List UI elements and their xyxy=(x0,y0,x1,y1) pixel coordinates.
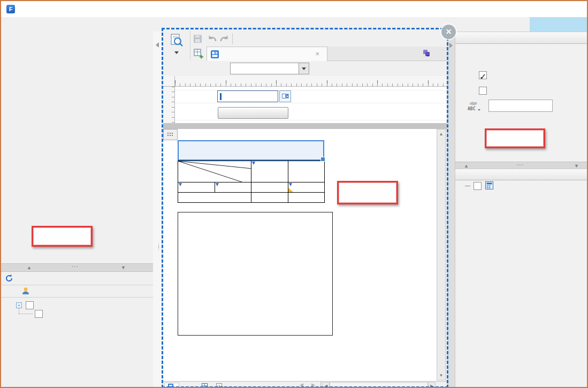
collapse-down-icon[interactable]: ▼ xyxy=(121,264,126,271)
cell-D4[interactable] xyxy=(288,182,325,193)
param-dropdown-button[interactable] xyxy=(279,90,291,102)
current-user-badge[interactable] xyxy=(530,17,588,32)
cell-C4[interactable] xyxy=(251,182,288,193)
window-title xyxy=(19,5,24,13)
pane-divider xyxy=(163,123,447,129)
cell-D5[interactable] xyxy=(288,193,325,203)
splitter-handle-icon[interactable]: ... xyxy=(517,161,524,167)
toolbar-separator xyxy=(232,33,233,44)
cell-diagonal-A3[interactable] xyxy=(178,161,251,182)
hscroll-left-icon[interactable]: ◀ xyxy=(322,382,330,388)
cell-A5[interactable] xyxy=(178,193,251,203)
left-splitter[interactable]: ⋮⋮ xyxy=(153,32,162,388)
permission-edit-panel: ✓ ABC ▲ ... ▼ xyxy=(455,32,588,388)
parameter-pane xyxy=(175,87,447,123)
title-bar: F xyxy=(1,1,587,17)
cell-D3[interactable] xyxy=(288,161,325,182)
cell-B4[interactable] xyxy=(215,182,251,193)
file-tree xyxy=(1,48,153,223)
maximize-button[interactable] xyxy=(529,3,550,15)
sheet-bar: ◀ ▶ ◀ ▶ xyxy=(163,381,447,388)
roles-root-checkbox[interactable] xyxy=(474,182,482,190)
insert-chart-sheet-icon[interactable] xyxy=(216,383,224,388)
annotation-permission-edit-panel xyxy=(337,181,398,204)
roles-header xyxy=(455,169,588,180)
platform-row[interactable] xyxy=(1,285,153,298)
right-splitter[interactable] xyxy=(447,32,455,388)
tab-list-icon[interactable] xyxy=(423,49,431,60)
query-button[interactable] xyxy=(218,107,288,119)
splitter-handle-icon[interactable]: ... xyxy=(72,262,79,269)
insert-grid-sheet-icon[interactable] xyxy=(202,383,209,388)
role-root-checkbox[interactable] xyxy=(26,301,34,309)
new-sheet-icon[interactable] xyxy=(193,48,204,61)
selection-handle[interactable] xyxy=(320,157,325,162)
collapse-left-icon[interactable] xyxy=(156,42,159,48)
scroll-up-icon[interactable]: ▲ xyxy=(437,132,445,136)
annotation-permission-setting-panel xyxy=(485,128,545,148)
sheet-next-icon[interactable]: ▶ xyxy=(311,382,315,387)
collapse-up-icon[interactable]: ▲ xyxy=(27,264,32,271)
hscroll-track[interactable] xyxy=(330,382,428,388)
svg-text:ABC: ABC xyxy=(468,106,476,111)
finereport-logo-icon: F xyxy=(6,5,15,13)
exit-permission-edit-button[interactable]: ✕ xyxy=(441,25,456,39)
cell-warning-corner xyxy=(288,188,293,192)
report-file-icon xyxy=(211,50,219,60)
cell-title-A1-D2[interactable] xyxy=(178,140,324,161)
splitter-dots-icon: ⋮⋮ xyxy=(156,245,161,249)
horizontal-ruler xyxy=(175,76,447,87)
preview-dropdown-arrow[interactable] xyxy=(174,51,179,54)
preview-button[interactable] xyxy=(163,31,190,60)
panel-header xyxy=(455,32,588,44)
vertical-ruler xyxy=(163,87,175,123)
sheet-tab[interactable] xyxy=(164,383,179,388)
cell-C5[interactable] xyxy=(251,193,288,203)
newvalue-input[interactable] xyxy=(488,100,553,112)
cell-A4[interactable] xyxy=(178,182,215,193)
report-table xyxy=(178,161,325,203)
tree-connector xyxy=(19,308,20,314)
undo-icon[interactable] xyxy=(207,34,217,45)
tab-close-icon[interactable]: × xyxy=(315,50,319,58)
value-format-icon[interactable]: ABC xyxy=(467,100,482,113)
preview-mode-select[interactable] xyxy=(230,63,309,74)
role-child-checkbox[interactable] xyxy=(35,310,43,318)
template-tree-panel: ▲ ... ▼ - xyxy=(1,32,153,388)
roles-tree-collapse-icon[interactable] xyxy=(465,186,470,186)
ruler-corner xyxy=(163,76,175,87)
bar-chart[interactable] xyxy=(178,212,333,336)
minimize-button[interactable] xyxy=(505,3,526,15)
cell-C3[interactable] xyxy=(251,161,288,182)
grid-vscrollbar[interactable]: ▲ ▼ xyxy=(437,129,446,381)
save-icon[interactable] xyxy=(193,34,203,46)
roles-grid-icon xyxy=(485,181,493,192)
tab-gettingstarted[interactable]: × xyxy=(207,47,327,61)
text-caret xyxy=(220,93,222,100)
sheet-prev-icon[interactable]: ◀ xyxy=(300,382,303,387)
finereport-window: F ▲ ... ▼ xyxy=(0,0,588,388)
visible-checkbox[interactable]: ✓ xyxy=(479,71,487,79)
region-input[interactable] xyxy=(217,90,278,102)
preview-icon xyxy=(170,33,184,49)
tree-connector xyxy=(19,314,33,314)
select-arrow-icon[interactable] xyxy=(299,63,309,74)
close-window-button[interactable] xyxy=(552,3,574,15)
annotation-role-select-panel xyxy=(32,226,93,247)
panel-splitter[interactable]: ▲ ... ▼ xyxy=(1,263,153,272)
scroll-down-icon[interactable]: ▼ xyxy=(437,373,445,378)
role-tree-collapse-icon[interactable]: - xyxy=(16,302,22,308)
platform-user-icon xyxy=(21,287,30,297)
refresh-roles-icon[interactable] xyxy=(4,273,14,283)
select-all-corner[interactable] xyxy=(163,129,178,140)
newvalue-checkbox[interactable] xyxy=(479,87,487,95)
hscroll-right-icon[interactable]: ▶ xyxy=(428,382,436,388)
collapse-right-icon[interactable] xyxy=(449,43,453,48)
redo-icon[interactable] xyxy=(219,34,230,45)
